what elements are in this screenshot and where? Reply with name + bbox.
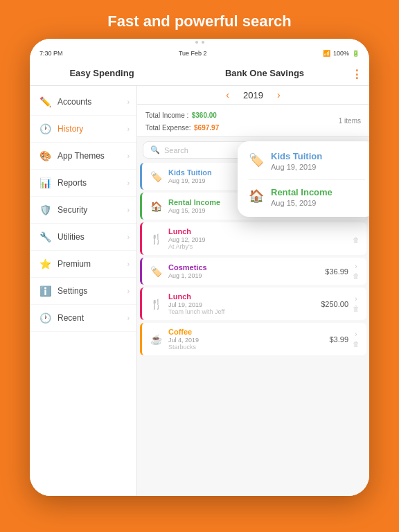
sidebar-label-reports: Reports — [57, 178, 127, 188]
tooltip-rental-date: Aug 15, 2019 — [271, 199, 332, 207]
hero-title: Fast and powerful search — [94, 0, 305, 39]
sidebar-item-app-themes[interactable]: 🎨 App Themes › — [30, 143, 136, 170]
next-year-button[interactable]: › — [277, 89, 281, 100]
table-row[interactable]: 🏷️ Cosmetics Aug 1, 2019 $36.99 › 🗑 — [140, 258, 366, 285]
security-icon: 🛡️ — [38, 203, 52, 217]
chevron-utilities-icon: › — [127, 233, 130, 241]
app-body: ✏️ Accounts › 🕐 History › 🎨 App Themes ›… — [30, 86, 369, 496]
expense-label: Total Expense: — [145, 124, 191, 132]
premium-icon: ⭐ — [38, 257, 52, 271]
more-dots-icon[interactable]: ⋮ — [351, 68, 362, 81]
tooltip-divider — [249, 179, 365, 180]
trash-icon[interactable]: 🗑 — [353, 236, 360, 244]
sidebar-item-history[interactable]: 🕐 History › — [30, 116, 136, 143]
trash-icon[interactable]: 🗑 — [353, 272, 360, 280]
sidebar-item-utilities[interactable]: 🔧 Utilities › — [30, 224, 136, 251]
lunch-icon: 🍴 — [149, 233, 163, 245]
tooltip-kids-name: Kids Tuition — [271, 151, 322, 161]
cosmetics-name: Cosmetics — [168, 263, 325, 272]
chevron-settings-icon: › — [127, 287, 130, 295]
summary-bar: Total Income : $360.00 Total Expense: $6… — [137, 105, 369, 137]
income-label: Total Income : — [145, 112, 188, 119]
device-frame: 7:30 PM Tue Feb 2 📶 100% 🔋 Easy Spending… — [30, 39, 369, 496]
search-tooltip: 🏷️ Kids Tuition Aug 19, 2019 🏠 Rental In… — [238, 141, 369, 217]
accounts-icon: ✏️ — [38, 95, 52, 109]
chevron-right-icon: › — [355, 263, 357, 270]
coffee-amount: $3.99 — [329, 335, 348, 344]
income-value: $360.00 — [192, 112, 217, 119]
tooltip-kids-date: Aug 19, 2019 — [271, 163, 322, 171]
reports-icon: 📊 — [38, 176, 52, 190]
battery-icon: 🔋 — [352, 50, 360, 57]
history-icon: 🕐 — [38, 122, 52, 136]
coffee-sub: Starbucks — [168, 344, 329, 351]
recent-icon: 🕐 — [38, 311, 52, 325]
wifi-icon: 📶 — [323, 50, 330, 57]
coffee-date: Jul 4, 2019 — [168, 337, 329, 344]
rental-income-icon: 🏠 — [149, 201, 163, 212]
main-content: ‹ 2019 › Total Income : $360.00 Total Ex… — [137, 86, 369, 496]
account-name: Bank One Savings ⋮ — [167, 68, 362, 78]
lunch2-details: Lunch Jul 19, 2019 Team lunch with Jeff — [168, 292, 321, 315]
chevron-history-icon: › — [127, 125, 130, 133]
chevron-recent-icon: › — [127, 314, 130, 322]
sidebar: ✏️ Accounts › 🕐 History › 🎨 App Themes ›… — [30, 86, 137, 496]
battery-status: 100% — [333, 50, 349, 57]
sidebar-label-accounts: Accounts — [57, 97, 127, 107]
trash-icon[interactable]: 🗑 — [353, 305, 360, 312]
cosmetics-amount: $36.99 — [325, 267, 348, 276]
prev-year-button[interactable]: ‹ — [226, 89, 229, 100]
settings-icon: ℹ️ — [38, 284, 52, 298]
lunch-sub: At Arby's — [168, 243, 348, 250]
items-count: 1 items — [339, 117, 361, 125]
sidebar-item-reports[interactable]: 📊 Reports › — [30, 170, 136, 197]
lunch2-sub: Team lunch with Jeff — [168, 308, 321, 315]
table-row[interactable]: 🍴 Lunch Aug 12, 2019 At Arby's 🗑 — [140, 222, 366, 255]
lunch-name: Lunch — [168, 227, 348, 236]
trash-icon[interactable]: 🗑 — [353, 340, 360, 348]
year-nav: ‹ 2019 › — [137, 86, 369, 105]
cosmetics-details: Cosmetics Aug 1, 2019 — [168, 263, 325, 279]
search-icon: 🔍 — [150, 145, 160, 154]
camera-notch — [30, 39, 369, 46]
sidebar-label-history: History — [57, 124, 127, 134]
chevron-right-icon: › — [355, 295, 357, 303]
chevron-reports-icon: › — [127, 179, 130, 187]
coffee-details: Coffee Jul 4, 2019 Starbucks — [168, 328, 329, 351]
status-bar: 7:30 PM Tue Feb 2 📶 100% 🔋 — [30, 46, 369, 61]
sidebar-item-security[interactable]: 🛡️ Security › — [30, 197, 136, 224]
sidebar-label-app-themes: App Themes — [57, 151, 127, 161]
chevron-security-icon: › — [127, 206, 130, 214]
sidebar-item-accounts[interactable]: ✏️ Accounts › — [30, 89, 136, 116]
coffee-actions: › 🗑 — [353, 330, 360, 348]
sidebar-label-settings: Settings — [57, 286, 127, 296]
lunch2-amount: $250.00 — [321, 300, 348, 308]
app-header: Easy Spending Bank One Savings ⋮ — [30, 61, 369, 86]
tooltip-rental-income: 🏠 Rental Income Aug 15, 2019 — [249, 187, 365, 207]
tooltip-kids-icon: 🏷️ — [249, 152, 264, 168]
lunch-actions: 🗑 — [353, 234, 360, 244]
sidebar-item-premium[interactable]: ⭐ Premium › — [30, 251, 136, 278]
table-row[interactable]: ☕ Coffee Jul 4, 2019 Starbucks $3.99 › 🗑 — [140, 323, 366, 355]
sidebar-label-premium: Premium — [57, 259, 127, 269]
lunch2-name: Lunch — [168, 292, 321, 301]
chevron-accounts-icon: › — [127, 98, 130, 106]
lunch2-date: Jul 19, 2019 — [168, 301, 321, 308]
lunch-date: Aug 12, 2019 — [168, 236, 348, 243]
lunch-details: Lunch Aug 12, 2019 At Arby's — [168, 227, 348, 250]
lunch2-icon: 🍴 — [149, 299, 163, 310]
app-themes-icon: 🎨 — [38, 149, 52, 163]
tooltip-kids-tuition: 🏷️ Kids Tuition Aug 19, 2019 — [249, 151, 365, 171]
search-placeholder-text: Search — [164, 146, 188, 154]
chevron-right-icon: › — [355, 330, 357, 338]
table-row[interactable]: 🍴 Lunch Jul 19, 2019 Team lunch with Jef… — [140, 287, 366, 320]
status-date: Tue Feb 2 — [179, 50, 207, 57]
year-label: 2019 — [243, 90, 263, 100]
chevron-premium-icon: › — [127, 260, 130, 268]
sidebar-item-settings[interactable]: ℹ️ Settings › — [30, 278, 136, 305]
chevron-app-themes-icon: › — [127, 152, 130, 160]
sidebar-item-recent[interactable]: 🕐 Recent › — [30, 305, 136, 332]
kids-tuition-icon: 🏷️ — [149, 171, 163, 182]
cosmetics-icon: 🏷️ — [149, 266, 163, 277]
tooltip-rental-name: Rental Income — [271, 187, 332, 197]
